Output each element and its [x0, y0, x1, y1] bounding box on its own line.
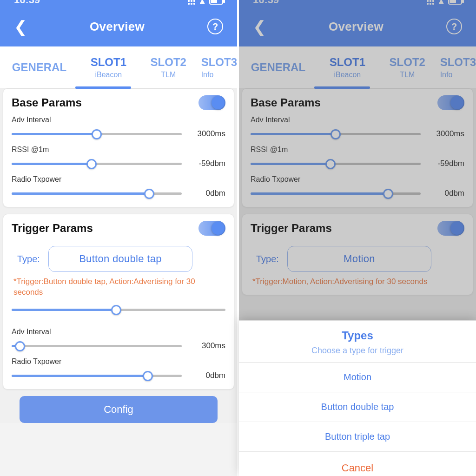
config-button[interactable]: Config	[20, 396, 218, 423]
tab-general[interactable]: GENERAL	[0, 46, 79, 88]
txpower-label: Radio Txpower	[12, 175, 225, 184]
trigger-duration-slider[interactable]	[12, 304, 225, 316]
trigger-params-title: Trigger Params	[251, 222, 332, 235]
cellular-icon	[427, 0, 434, 5]
trigger-adv-value: 300ms	[188, 341, 225, 350]
battery-icon	[209, 0, 223, 5]
rssi-slider[interactable]	[251, 158, 421, 170]
back-icon[interactable]: ❮	[14, 17, 27, 36]
back-icon[interactable]: ❮	[253, 17, 266, 36]
rssi-value: -59dbm	[188, 159, 225, 168]
page-title: Overview	[90, 20, 145, 34]
base-params-toggle[interactable]	[437, 95, 464, 110]
tab-indicator	[314, 86, 370, 89]
base-params-title: Base Params	[12, 96, 82, 109]
cellular-icon	[188, 0, 195, 5]
rssi-value: -59dbm	[427, 159, 464, 168]
tab-bar: GENERAL SLOT1iBeacon SLOT2TLM SLOT3Info	[239, 46, 476, 88]
base-params-card: Base Params Adv Interval 3000ms RSSI @1m…	[242, 88, 473, 207]
trigger-tx-slider[interactable]	[12, 370, 182, 382]
trigger-tx-value: 0dbm	[188, 371, 225, 380]
rssi-label: RSSI @1m	[12, 145, 225, 154]
trigger-adv-label: Adv Interval	[12, 328, 225, 336]
status-time: 16:39	[253, 0, 279, 6]
tab-slot2[interactable]: SLOT2TLM	[377, 46, 437, 88]
status-time: 16:39	[14, 0, 40, 6]
tab-bar: GENERAL SLOT1iBeacon SLOT2TLM SLOT3Info	[0, 46, 237, 88]
txpower-value: 0dbm	[188, 189, 225, 198]
wifi-icon: ▲	[198, 0, 206, 6]
option-motion[interactable]: Motion	[239, 362, 476, 392]
trigger-warning: *Trigger:Motion, Action:Advertising for …	[251, 277, 464, 287]
status-icons: ▲	[427, 0, 462, 6]
trigger-type-label: Type:	[12, 254, 40, 264]
tab-slot2[interactable]: SLOT2TLM	[139, 46, 198, 88]
rssi-label: RSSI @1m	[251, 145, 464, 154]
adv-interval-label: Adv Interval	[251, 116, 464, 124]
trigger-type-button[interactable]: Button double tap	[48, 246, 192, 272]
sheet-hint: Choose a type for trigger	[239, 346, 476, 356]
trigger-params-toggle[interactable]	[437, 221, 464, 236]
txpower-slider[interactable]	[251, 187, 421, 199]
trigger-warning: *Trigger:Button double tap, Action:Adver…	[12, 277, 225, 298]
adv-interval-slider[interactable]	[251, 128, 421, 140]
option-cancel[interactable]: Cancel	[239, 451, 476, 476]
wifi-icon: ▲	[437, 0, 445, 6]
txpower-slider[interactable]	[12, 187, 182, 199]
tab-slot3[interactable]: SLOT3Info	[437, 46, 476, 88]
trigger-params-toggle[interactable]	[198, 221, 225, 236]
trigger-type-label: Type:	[251, 254, 279, 264]
trigger-adv-slider[interactable]	[12, 340, 182, 352]
help-icon[interactable]: ?	[207, 19, 223, 34]
trigger-params-card: Trigger Params Type: Motion *Trigger:Mot…	[242, 214, 473, 295]
adv-interval-value: 3000ms	[427, 129, 464, 139]
sheet-title: Types	[239, 329, 476, 342]
battery-icon	[448, 0, 462, 5]
txpower-label: Radio Txpower	[251, 175, 464, 184]
tab-slot3[interactable]: SLOT3Info	[198, 46, 237, 88]
trigger-params-card: Trigger Params Type: Button double tap *…	[3, 214, 234, 390]
tab-slot1[interactable]: SLOT1iBeacon	[317, 46, 377, 88]
base-params-card: Base Params Adv Interval 3000ms RSSI @1m…	[3, 88, 234, 207]
adv-interval-value: 3000ms	[188, 129, 225, 139]
option-double-tap[interactable]: Button double tap	[239, 392, 476, 422]
adv-interval-label: Adv Interval	[12, 116, 225, 124]
tab-slot1[interactable]: SLOT1iBeacon	[79, 46, 139, 88]
status-bar: 16:39 ▲	[0, 0, 237, 9]
page-title: Overview	[329, 20, 383, 34]
help-icon[interactable]: ?	[446, 19, 462, 34]
trigger-type-button[interactable]: Motion	[287, 246, 431, 272]
type-picker-sheet: Types Choose a type for trigger Motion B…	[239, 320, 476, 476]
adv-interval-slider[interactable]	[12, 128, 182, 140]
status-icons: ▲	[188, 0, 223, 6]
base-params-title: Base Params	[251, 96, 321, 109]
status-bar: 16:39 ▲	[239, 0, 476, 9]
rssi-slider[interactable]	[12, 158, 182, 170]
tab-indicator	[75, 86, 131, 89]
tab-general[interactable]: GENERAL	[239, 46, 317, 88]
txpower-value: 0dbm	[427, 189, 464, 198]
option-triple-tap[interactable]: Button triple tap	[239, 422, 476, 451]
trigger-params-title: Trigger Params	[12, 222, 93, 235]
trigger-tx-label: Radio Txpower	[12, 357, 225, 366]
nav-bar: ❮ Overview ?	[0, 9, 237, 46]
base-params-toggle[interactable]	[198, 95, 225, 110]
nav-bar: ❮ Overview ?	[239, 9, 476, 46]
